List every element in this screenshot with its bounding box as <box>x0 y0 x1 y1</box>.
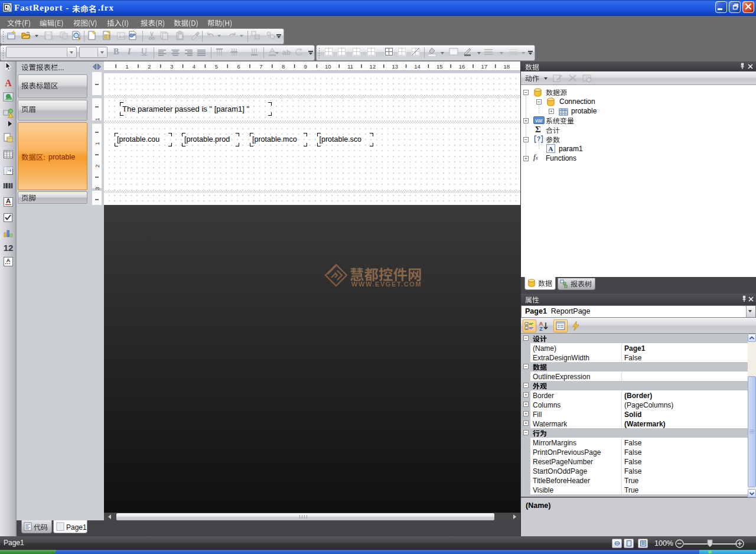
svg-text:17: 17 <box>481 63 488 70</box>
svg-text:7: 7 <box>259 63 262 70</box>
svg-text:18: 18 <box>503 63 510 70</box>
svg-text:16: 16 <box>459 63 465 70</box>
svg-text:12: 12 <box>370 63 376 70</box>
svg-text:5: 5 <box>215 63 218 70</box>
svg-text:2: 2 <box>94 164 100 167</box>
svg-text:6: 6 <box>237 63 240 70</box>
svg-text:1: 1 <box>94 142 100 145</box>
svg-text:11: 11 <box>347 63 353 70</box>
svg-text:4: 4 <box>193 63 195 70</box>
svg-text:15: 15 <box>436 63 443 70</box>
svg-text:A: A <box>6 258 11 263</box>
svg-text:8: 8 <box>282 63 285 70</box>
svg-text:3: 3 <box>94 187 100 190</box>
svg-text:A: A <box>6 197 11 204</box>
svg-text:12: 12 <box>4 243 14 253</box>
svg-text:3: 3 <box>170 63 173 70</box>
svg-text:A: A <box>549 145 553 152</box>
svg-text:+: + <box>526 327 528 330</box>
svg-text:13: 13 <box>392 63 398 70</box>
svg-text:9: 9 <box>304 63 307 70</box>
svg-text:1: 1 <box>125 63 128 70</box>
svg-text:A: A <box>5 78 12 88</box>
svg-text:2: 2 <box>148 63 151 70</box>
svg-text:?: ? <box>537 136 540 142</box>
svg-text:14: 14 <box>414 63 421 70</box>
svg-text:1: 1 <box>94 118 100 120</box>
svg-text:+: + <box>526 322 528 326</box>
svg-text:10: 10 <box>325 63 331 70</box>
svg-text:Z: Z <box>539 326 543 331</box>
